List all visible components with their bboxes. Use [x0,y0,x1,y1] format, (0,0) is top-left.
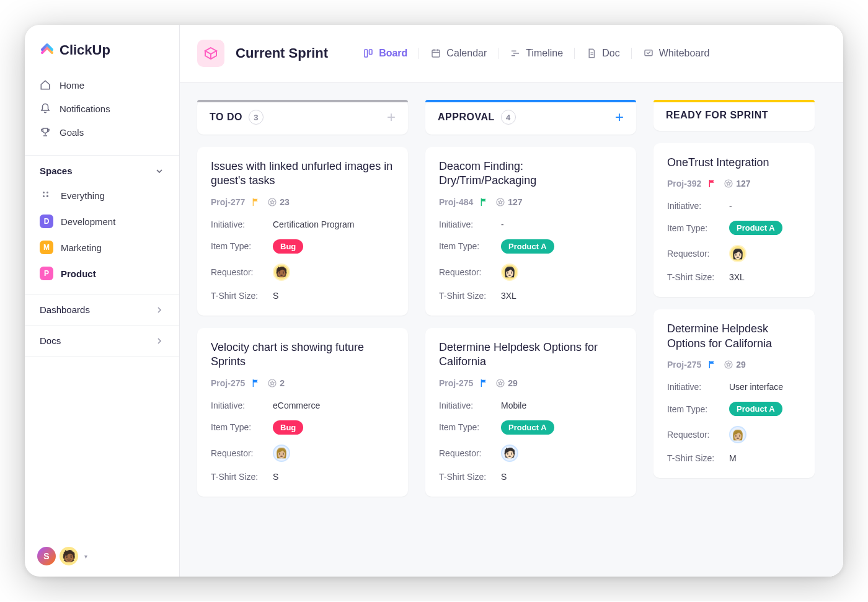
field-label: Item Type: [439,422,501,432]
field-label: Initiative: [667,201,729,211]
field-label: Item Type: [211,422,273,432]
card-title: Deacom Finding: Dry/Trim/Packaging [439,159,622,188]
sprint-points: 127 [724,179,750,188]
card-field: Requestor:👩🏻 [667,240,801,267]
space-product[interactable]: P Product [32,260,172,286]
card-field: Initiative:eCommerce [211,396,394,415]
svg-point-1 [46,192,48,193]
field-label: T-Shirt Size: [439,291,501,301]
space-development[interactable]: D Development [32,208,172,234]
user-avatar[interactable]: 🧑🏾 [60,547,78,565]
item-type-pill: Bug [273,239,303,254]
board-icon [363,48,374,59]
card-title: Determine Helpdesk Options for Californi… [667,322,801,351]
requestor-avatar: 👩🏼 [729,426,746,443]
project-id: Proj-392 [667,179,701,188]
project-id: Proj-275 [211,378,245,388]
calendar-icon [430,48,441,59]
space-label: Development [61,216,115,227]
field-label: Requestor: [439,267,501,277]
app-window: ClickUp Home Notifications Goals Spaces [25,25,843,577]
view-tab-whiteboard[interactable]: Whiteboard [631,48,721,59]
field-value: - [501,219,504,229]
spaces-header[interactable]: Spaces [25,155,179,182]
task-card[interactable]: Velocity chart is showing future Sprints… [197,328,408,497]
page-icon-cube [197,40,224,67]
space-badge: M [40,241,53,254]
field-value: 3XL [729,272,745,282]
space-everything[interactable]: Everything [32,182,172,208]
board-column: TO DO3+Issues with linked unfurled image… [197,100,408,559]
space-label: Product [61,268,96,279]
add-task-button[interactable]: + [387,110,396,125]
view-tab-label: Whiteboard [659,48,710,59]
view-tabs: Board Calendar Timeline Doc Whiteboard [352,48,720,59]
sidebar-docs[interactable]: Docs [25,325,179,356]
add-task-button[interactable]: + [615,110,624,125]
requestor-avatar: 👩🏻 [501,263,518,281]
nav-label: Home [60,80,84,91]
column-header[interactable]: READY FOR SPRINT [653,100,815,131]
view-tab-board[interactable]: Board [352,48,418,59]
spaces-header-label: Spaces [40,166,73,176]
task-card[interactable]: Deacom Finding: Dry/Trim/PackagingProj-4… [425,147,636,316]
card-field: Item Type:Product A [439,234,622,259]
field-label: Requestor: [439,448,501,458]
clickup-logo-icon [40,43,55,58]
column-title: TO DO [210,112,242,123]
view-tab-label: Doc [602,48,619,59]
workspace-avatar[interactable]: S [37,547,56,565]
topbar: Current Sprint Board Calendar Timeline D… [180,25,843,82]
main-content: Current Sprint Board Calendar Timeline D… [180,25,843,577]
star-icon [724,360,733,370]
view-tab-calendar[interactable]: Calendar [418,48,498,59]
nav-notifications[interactable]: Notifications [32,97,172,120]
space-label: Everything [61,190,105,201]
sidebar-dashboards[interactable]: Dashboards [25,294,179,325]
field-value: - [729,201,732,211]
field-value: 3XL [501,291,516,301]
svg-point-2 [43,195,45,197]
column-count: 4 [501,110,516,125]
logo[interactable]: ClickUp [25,25,179,71]
column-title: APPROVAL [438,112,495,123]
card-title: Velocity chart is showing future Sprints [211,340,394,370]
task-card[interactable]: Issues with linked unfurled images in gu… [197,147,408,316]
view-tab-timeline[interactable]: Timeline [498,48,574,59]
task-card[interactable]: Determine Helpdesk Options for Californi… [425,328,636,497]
nav-home[interactable]: Home [32,73,172,97]
field-label: Item Type: [667,404,729,414]
space-marketing[interactable]: M Marketing [32,234,172,260]
card-field: T-Shirt Size:M [667,448,801,468]
item-type-pill: Product A [501,239,554,254]
priority-flag-icon [479,197,489,207]
task-card[interactable]: OneTrust IntegrationProj-392127Initiativ… [653,143,815,297]
field-value: Certification Program [273,219,355,229]
view-tab-doc[interactable]: Doc [574,48,631,59]
card-field: Initiative:Certification Program [211,215,394,234]
item-type-pill: Product A [729,221,782,235]
primary-nav: Home Notifications Goals [25,71,179,155]
card-meta: Proj-2752 [211,378,394,388]
card-field: Requestor:👩🏻 [439,259,622,286]
column-header[interactable]: APPROVAL4+ [425,100,636,135]
task-card[interactable]: Determine Helpdesk Options for Californi… [653,309,815,478]
svg-point-0 [43,192,45,193]
field-value: M [729,453,737,463]
field-label: Initiative: [211,219,273,229]
card-field: Item Type:Product A [439,415,622,440]
logo-text: ClickUp [60,42,110,58]
nav-goals[interactable]: Goals [32,120,172,144]
doc-icon [586,48,597,59]
star-icon [724,179,733,188]
trophy-icon [40,126,51,138]
priority-flag-icon [479,378,489,388]
svg-rect-4 [365,50,368,57]
sprint-points: 29 [724,360,746,370]
chevron-down-icon[interactable]: ▾ [84,553,87,560]
field-label: Item Type: [211,241,273,251]
field-label: T-Shirt Size: [667,272,729,282]
column-header[interactable]: TO DO3+ [197,100,408,135]
sidebar: ClickUp Home Notifications Goals Spaces [25,25,180,577]
sprint-points: 29 [495,378,518,388]
